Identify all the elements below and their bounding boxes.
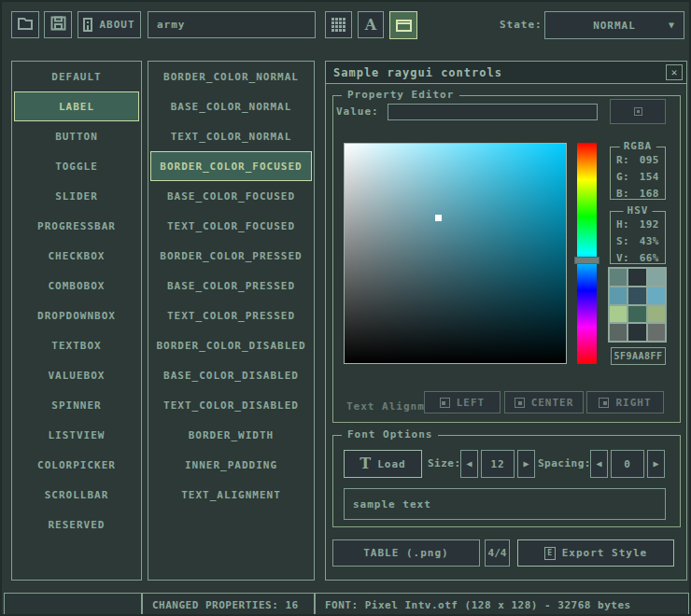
property-item-text-color-pressed[interactable]: TEXT_COLOR_PRESSED	[150, 301, 312, 330]
property-item-inner-padding[interactable]: INNER_PADDING	[150, 450, 312, 480]
property-item-base-color-focused[interactable]: BASE_COLOR_FOCUSED	[150, 181, 312, 211]
controls-item-toggle[interactable]: TOGGLE	[14, 151, 139, 181]
b-label: B:	[616, 186, 629, 203]
chevron-right-icon: ▶	[653, 459, 658, 469]
controls-item-button[interactable]: BUTTON	[14, 121, 139, 151]
g-label: G:	[616, 169, 629, 186]
export-table-button[interactable]: TABLE (.png)	[332, 539, 480, 567]
controls-item-scrollbar[interactable]: SCROLLBAR	[14, 480, 139, 510]
color-swatch[interactable]	[610, 269, 627, 286]
color-swatch[interactable]	[648, 306, 665, 323]
font-spacing-value-box[interactable]: 0	[611, 450, 644, 478]
letter-a-icon: A	[365, 18, 376, 33]
controls-item-spinner[interactable]: SPINNER	[14, 390, 139, 420]
controls-item-textbox[interactable]: TEXTBOX	[14, 330, 139, 360]
controls-item-progressbar[interactable]: PROGRESSBAR	[14, 211, 139, 241]
hsv-group-label: HSV	[624, 204, 653, 217]
property-item-base-color-normal[interactable]: BASE_COLOR_NORMAL	[150, 91, 312, 121]
state-dropdown[interactable]: NORMAL ▼	[544, 11, 684, 39]
controls-item-dropdownbox[interactable]: DROPDOWNBOX	[14, 301, 139, 330]
font-size-label: Size:	[428, 457, 461, 469]
state-label: State:	[500, 19, 543, 31]
font-spacing-label: Spacing:	[538, 457, 591, 469]
property-item-text-alignment[interactable]: TEXT_ALIGNMENT	[150, 480, 312, 510]
color-swatch[interactable]	[610, 287, 627, 304]
export-style-button[interactable]: E Export Style	[517, 539, 674, 567]
window-view-button[interactable]	[389, 11, 417, 39]
hex-color-input[interactable]: 5F9AA8FF	[611, 347, 666, 365]
font-size-increment-button[interactable]: ▶	[517, 450, 535, 478]
property-item-border-color-pressed[interactable]: BORDER_COLOR_PRESSED	[150, 241, 312, 271]
font-spacing-decrement-button[interactable]: ◀	[590, 450, 608, 478]
export-page-counter[interactable]: 4/4	[485, 539, 510, 567]
window-close-button[interactable]: ✕	[666, 64, 683, 80]
style-name-input-field[interactable]	[148, 12, 315, 37]
b-value: 168	[640, 186, 659, 203]
property-item-border-color-disabled[interactable]: BORDER_COLOR_DISABLED	[150, 330, 312, 360]
property-item-border-color-focused[interactable]: BORDER_COLOR_FOCUSED	[150, 151, 312, 181]
color-swatch[interactable]	[628, 287, 645, 304]
property-item-text-color-focused[interactable]: TEXT_COLOR_FOCUSED	[150, 211, 312, 241]
save-file-button[interactable]	[44, 11, 72, 38]
property-item-text-color-disabled[interactable]: TEXT_COLOR_DISABLED	[150, 390, 312, 420]
property-item-text-color-normal[interactable]: TEXT_COLOR_NORMAL	[150, 121, 312, 151]
value-input[interactable]	[388, 104, 598, 120]
rgba-group: RGBA R:095 G:154 B:168	[610, 147, 666, 200]
chevron-down-icon: ▼	[669, 21, 674, 30]
color-swatch[interactable]	[648, 287, 665, 304]
color-swatch[interactable]	[648, 324, 665, 341]
value-apply-button[interactable]	[610, 99, 666, 124]
align-left-button[interactable]: LEFT	[424, 391, 501, 413]
controls-item-listview[interactable]: LISTVIEW	[14, 420, 139, 450]
about-button[interactable]: ABOUT	[78, 11, 141, 38]
font-load-button[interactable]: T Load	[344, 450, 422, 478]
align-right-icon	[599, 398, 609, 408]
sample-text-input[interactable]: sample text	[344, 488, 666, 520]
hex-color-value: 5F9AA8FF	[613, 351, 662, 361]
font-spacing-value: 0	[624, 458, 631, 470]
align-right-button[interactable]: RIGHT	[586, 391, 664, 413]
hue-bar[interactable]	[577, 143, 597, 364]
sample-text-value: sample text	[353, 498, 431, 511]
text-alignment-label: Text Alignme	[346, 396, 424, 418]
controls-item-default[interactable]: DEFAULT	[14, 62, 139, 91]
g-value: 154	[640, 169, 659, 186]
property-item-base-color-pressed[interactable]: BASE_COLOR_PRESSED	[150, 271, 312, 301]
rgba-group-label: RGBA	[620, 140, 656, 152]
font-t-icon: T	[360, 456, 371, 471]
folder-icon	[17, 17, 34, 34]
controls-item-colorpicker[interactable]: COLORPICKER	[14, 450, 139, 480]
window-titlebar[interactable]: Sample raygui controls	[326, 62, 686, 84]
open-file-button[interactable]	[11, 11, 39, 38]
color-swatch[interactable]	[628, 306, 645, 323]
controls-item-valuebox[interactable]: VALUEBOX	[14, 360, 139, 390]
property-item-border-color-normal[interactable]: BORDER_COLOR_NORMAL	[150, 62, 312, 91]
controls-item-checkbox[interactable]: CHECKBOX	[14, 241, 139, 271]
hue-slider-handle[interactable]	[574, 257, 599, 264]
color-swatch[interactable]	[628, 324, 645, 341]
export-page-value: 4/4	[488, 547, 507, 559]
style-name-input[interactable]	[148, 11, 316, 38]
controls-item-combobox[interactable]: COMBOBOX	[14, 271, 139, 301]
color-swatch[interactable]	[648, 269, 665, 286]
grid-snap-button[interactable]	[325, 11, 352, 38]
about-button-label: ABOUT	[99, 19, 134, 31]
controls-item-reserved[interactable]: RESERVED	[14, 510, 139, 539]
align-center-icon	[515, 398, 525, 408]
controls-item-slider[interactable]: SLIDER	[14, 181, 139, 211]
grid-icon	[331, 18, 346, 32]
color-swatch[interactable]	[610, 324, 627, 341]
color-swatch[interactable]	[610, 306, 627, 323]
controls-item-label[interactable]: LABEL	[14, 91, 139, 121]
font-view-button[interactable]: A	[358, 11, 384, 38]
align-center-button[interactable]: CENTER	[504, 391, 584, 413]
font-size-decrement-button[interactable]: ◀	[460, 450, 478, 478]
sample-controls-window: Sample raygui controls ✕ Property Editor…	[325, 61, 687, 581]
color-picker-gradient[interactable]	[344, 143, 567, 364]
property-item-border-width[interactable]: BORDER_WIDTH	[150, 420, 312, 450]
color-swatch[interactable]	[628, 269, 645, 286]
font-spacing-increment-button[interactable]: ▶	[647, 450, 665, 478]
color-picker-cursor[interactable]	[435, 215, 442, 221]
font-size-value-box[interactable]: 12	[481, 450, 515, 478]
property-item-base-color-disabled[interactable]: BASE_COLOR_DISABLED	[150, 360, 312, 390]
